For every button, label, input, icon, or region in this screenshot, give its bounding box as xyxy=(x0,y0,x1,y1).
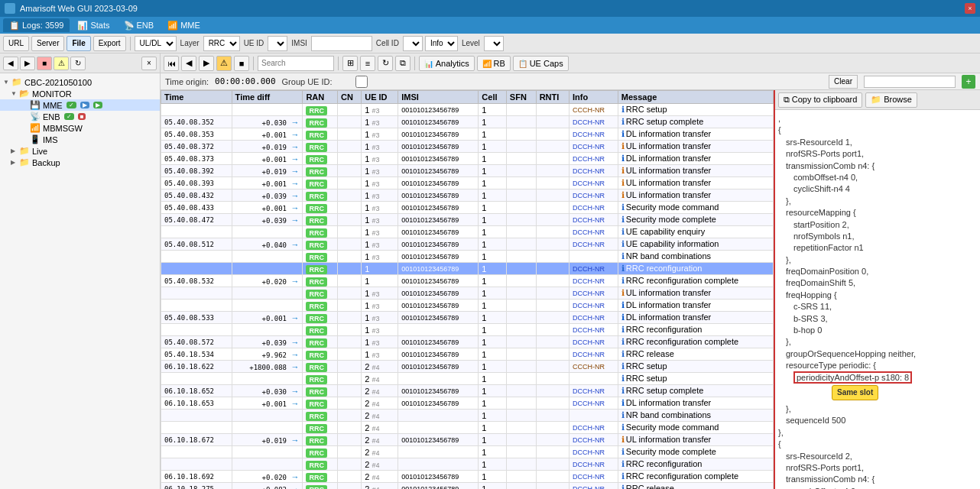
sidebar-warning-btn[interactable]: ⚠ xyxy=(54,57,69,70)
sidebar-item-mme[interactable]: 💾 MME ✓ ▶ ▶ xyxy=(0,99,160,111)
tab-stats[interactable]: 📊 Stats xyxy=(71,18,115,32)
stop-btn[interactable]: ■ xyxy=(234,56,249,71)
table-row[interactable]: RRC 1 #3 001010123456789 1 DCCH-NR ℹUE c… xyxy=(161,226,774,238)
sidebar: ◀ ▶ ■ ⚠ ↻ × ▼ 📁 CBC-2021050100 ▼ 📂 MONIT… xyxy=(0,53,161,489)
warning-btn[interactable]: ⚠ xyxy=(216,56,232,71)
cell-time: 06.10.18.692 xyxy=(161,471,232,483)
table-row[interactable]: RRC 1 #3 1 DCCH-NR ℹRRC reconfiguration xyxy=(161,324,774,336)
cell-message: ℹUL information transfer xyxy=(618,177,773,189)
imsi-input[interactable] xyxy=(311,36,372,51)
tab-enb[interactable]: 📡 ENB xyxy=(118,18,161,32)
export-button[interactable]: Export xyxy=(93,36,126,51)
refresh-btn[interactable]: ↻ xyxy=(378,56,393,71)
cell-cn xyxy=(338,226,362,238)
table-row[interactable]: 05.40.08.433 +0.001 → RRC 1 #3 001010123… xyxy=(161,202,774,214)
cell-message: ℹRRC reconfiguration complete xyxy=(618,275,773,287)
tab-mme[interactable]: 📶 MME xyxy=(161,18,206,32)
table-row[interactable]: 06.10.18.692 +0.020 → RRC 2 #4 001010123… xyxy=(161,471,774,483)
cell-message: ℹSecurity mode complete xyxy=(618,446,773,458)
sidebar-item-backup[interactable]: ▶ 📁 Backup xyxy=(0,157,160,168)
table-row[interactable]: 06.10.18.672 +0.019 → RRC 2 #4 001010123… xyxy=(161,434,774,446)
table-row[interactable]: 06.10.18.622 +1800.088 → RRC 2 #4 001010… xyxy=(161,361,774,373)
table-row[interactable]: 05.40.08.373 +0.001 → RRC 1 #3 001010123… xyxy=(161,153,774,165)
table-row[interactable]: RRC 2 #4 1 DCCH-NR ℹRRC reconfiguration xyxy=(161,458,774,471)
info-select[interactable]: Info xyxy=(425,36,458,51)
sidebar-item-live[interactable]: ▶ 📁 Live xyxy=(0,145,160,157)
code-line: startPosition 2, xyxy=(793,219,977,231)
browse-btn[interactable]: 📁 Browse xyxy=(865,92,917,108)
filter-input[interactable] xyxy=(864,76,956,88)
ue-caps-btn[interactable]: 📋 UE Caps xyxy=(513,56,569,71)
sidebar-item-ims[interactable]: 📱 IMS xyxy=(0,134,160,145)
cell-ue-id: 1 xyxy=(362,275,398,287)
table-row[interactable]: 05.40.08.572 +0.039 → RRC 1 #3 001010123… xyxy=(161,336,774,348)
table-row[interactable]: RRC 1 #3 001010123456789 1 DCCH-NR ℹDL i… xyxy=(161,300,774,312)
go-prev-btn[interactable]: ◀ xyxy=(181,56,196,71)
server-button[interactable]: Server xyxy=(31,36,64,51)
table-row[interactable]: RRC 2 #4 1 ℹNR band combinations xyxy=(161,410,774,422)
table-row[interactable]: 06.10.18.653 +0.001 → RRC 2 #4 001010123… xyxy=(161,397,774,410)
table-row[interactable]: 05.40.08.353 +0.001 → RRC 1 #3 001010123… xyxy=(161,128,774,141)
table-row[interactable]: 05.40.08.532 +0.020 → RRC 1 001010123456… xyxy=(161,275,774,287)
table-row[interactable]: RRC 1 #3 001010123456789 1 CCCH-NR ℹRRC … xyxy=(161,104,774,116)
table-row[interactable]: 05.40.08.392 +0.019 → RRC 1 #3 001010123… xyxy=(161,165,774,177)
go-next-btn[interactable]: ▶ xyxy=(199,56,214,71)
sep4 xyxy=(414,57,415,70)
sidebar-stop-btn[interactable]: ■ xyxy=(37,57,52,70)
table-row[interactable]: 05.40.08.472 +0.039 → RRC 1 #3 001010123… xyxy=(161,214,774,226)
sidebar-root[interactable]: ▼ 📁 CBC-2021050100 xyxy=(0,76,160,88)
cell-rnti xyxy=(536,410,569,422)
hex-view-btn[interactable]: ≡ xyxy=(360,56,375,71)
url-button[interactable]: URL xyxy=(3,36,29,51)
ue-id-select[interactable] xyxy=(268,36,287,51)
cell-id-select[interactable] xyxy=(403,36,423,51)
copy-btn[interactable]: ⧉ xyxy=(395,56,410,71)
cell-diff: +0.039 → xyxy=(232,336,303,348)
close-button[interactable]: × xyxy=(965,3,975,14)
table-row[interactable]: 05.40.08.352 +0.030 → RRC 1 #3 001010123… xyxy=(161,116,774,128)
analytics-btn[interactable]: 📊 Analytics xyxy=(419,56,475,71)
sidebar-prev-btn[interactable]: ◀ xyxy=(3,57,18,70)
sidebar-next-btn[interactable]: ▶ xyxy=(20,57,35,70)
table-row[interactable]: 06.10.18.652 +0.030 → RRC 2 #4 001010123… xyxy=(161,385,774,397)
file-button[interactable]: File xyxy=(67,36,90,51)
sidebar-refresh-btn[interactable]: ↻ xyxy=(70,57,86,70)
table-row[interactable]: 06.10.18.275 +0.083 → RRC 2 #4 001010123… xyxy=(161,483,774,490)
sidebar-item-mbmsgw[interactable]: 📶 MBMSGW xyxy=(0,122,160,134)
table-row[interactable]: 05.40.08.533 +0.001 → RRC 1 #3 001010123… xyxy=(161,312,774,324)
search-input[interactable] xyxy=(258,56,334,71)
table-row[interactable]: RRC 1 #3 001010123456789 1 ℹNR band comb… xyxy=(161,251,774,263)
cell-cell: 1 xyxy=(479,458,507,471)
table-row[interactable]: 05.40.08.512 +0.040 → RRC 1 #3 001010123… xyxy=(161,238,774,251)
table-row[interactable]: RRC 2 #4 1 DCCH-NR ℹSecurity mode comman… xyxy=(161,422,774,434)
table-row[interactable]: RRC 2 #4 1 ℹRRC setup xyxy=(161,373,774,385)
go-start-btn[interactable]: ⏮ xyxy=(164,56,179,71)
add-filter-btn[interactable]: + xyxy=(962,75,975,89)
copy-clipboard-btn[interactable]: ⧉ Copy to clipboard xyxy=(778,92,862,108)
cell-sfn xyxy=(506,422,536,434)
tab-logs[interactable]: 📋 Logs: 3599 xyxy=(3,18,70,32)
table-row[interactable]: 05.40.18.534 +9.962 → RRC 1 #3 001010123… xyxy=(161,348,774,361)
table-row[interactable]: 05.40.08.372 +0.019 → RRC 1 #3 001010123… xyxy=(161,141,774,153)
table-row[interactable]: 05.40.08.432 +0.039 → RRC 1 #3 001010123… xyxy=(161,189,774,202)
table-view-btn[interactable]: ⊞ xyxy=(342,56,358,71)
cell-sfn xyxy=(506,214,536,226)
table-row[interactable]: RRC 1 001010123456789 1 DCCH-NR ℹRRC rec… xyxy=(161,263,774,275)
sidebar-item-monitor[interactable]: ▼ 📂 MONITOR xyxy=(0,88,160,99)
sidebar-item-enb[interactable]: 📡 ENB ✓ ■ xyxy=(0,111,160,122)
cell-rnti xyxy=(536,104,569,116)
table-row[interactable]: RRC 1 #3 001010123456789 1 DCCH-NR ℹUL i… xyxy=(161,287,774,300)
sidebar-close-btn[interactable]: × xyxy=(141,57,157,70)
sep3 xyxy=(338,57,339,70)
cell-rnti xyxy=(536,300,569,312)
cell-message: ℹDL information transfer xyxy=(618,128,773,141)
clear-btn[interactable]: Clear xyxy=(829,75,858,89)
rb-btn[interactable]: 📶 RB xyxy=(477,56,511,71)
table-scroll[interactable]: Time Time diff RAN CN UE ID IMSI Cell SF… xyxy=(161,90,774,489)
table-row[interactable]: 05.40.08.393 +0.001 → RRC 1 #3 001010123… xyxy=(161,177,774,189)
ul-dl-select[interactable]: UL/DL xyxy=(135,36,177,51)
group-ue-checkbox[interactable] xyxy=(339,76,385,88)
layer-select[interactable]: RRC xyxy=(203,36,240,51)
table-row[interactable]: RRC 2 #4 1 DCCH-NR ℹSecurity mode comple… xyxy=(161,446,774,458)
level-select[interactable] xyxy=(484,36,504,51)
